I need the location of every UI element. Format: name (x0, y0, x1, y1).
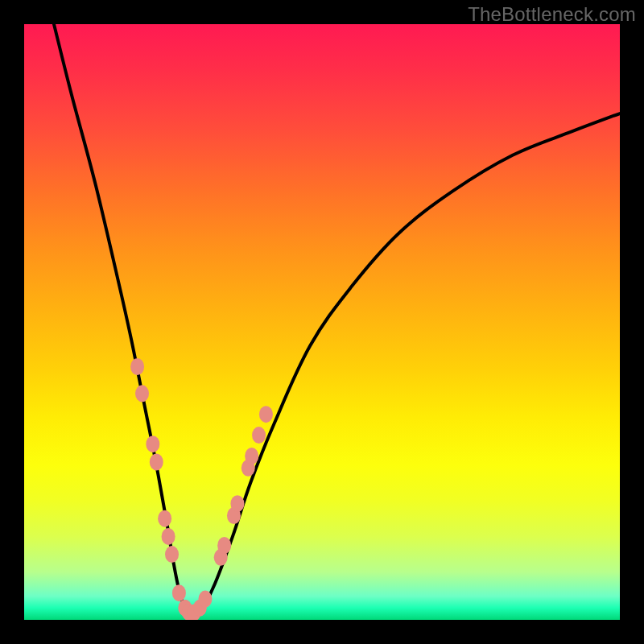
highlight-dot (245, 448, 258, 464)
highlight-dot (230, 495, 244, 512)
highlight-dot (252, 427, 266, 444)
highlight-dots (130, 358, 273, 620)
highlight-dot (172, 584, 186, 601)
bottleneck-curve (54, 24, 620, 615)
curve-layer (24, 24, 620, 620)
highlight-dot (150, 453, 163, 470)
highlight-dot (130, 358, 144, 375)
highlight-dot (158, 510, 171, 527)
highlight-dot (146, 436, 159, 452)
highlight-dot (217, 537, 231, 554)
highlight-dot (162, 528, 175, 545)
highlight-dot (259, 406, 273, 423)
highlight-dot (135, 385, 149, 402)
bottleneck-curve-path (54, 24, 620, 615)
watermark-text: TheBottleneck.com (468, 3, 636, 26)
highlight-dot (165, 546, 179, 563)
plot-area (24, 24, 620, 620)
highlight-dot (198, 591, 212, 608)
chart-frame: TheBottleneck.com (0, 0, 644, 644)
